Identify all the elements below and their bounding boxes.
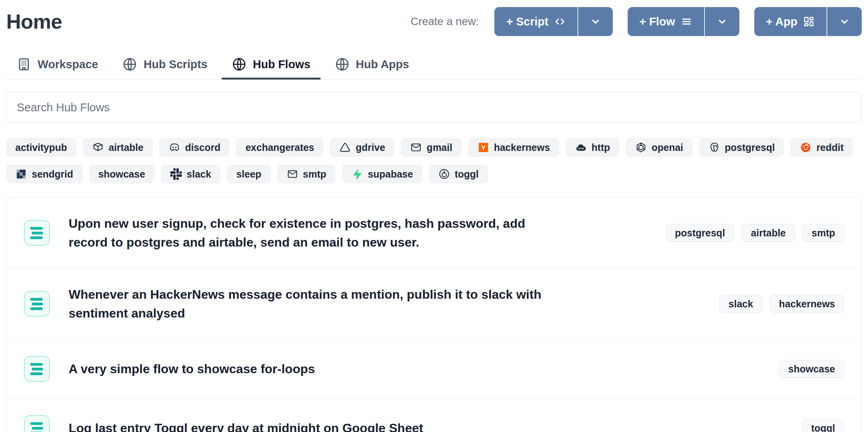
- svg-text:Y: Y: [481, 144, 485, 152]
- filter-chip-reddit[interactable]: reddit: [791, 138, 852, 156]
- filter-chip-label: reddit: [816, 142, 843, 153]
- filter-chip-label: toggl: [455, 169, 479, 180]
- flow-title: A very simple flow to showcase for-loops: [69, 359, 315, 378]
- filter-chip-label: gdrive: [356, 142, 385, 153]
- create-flow-dropdown-button[interactable]: [705, 7, 739, 36]
- flow-list-item[interactable]: Whenever an HackerNews message contains …: [7, 268, 861, 339]
- building-icon: [16, 57, 31, 72]
- chevron-down-icon: [716, 16, 728, 27]
- globe-icon: [232, 57, 247, 72]
- flow-title: Whenever an HackerNews message contains …: [69, 285, 559, 323]
- create-new-label: Create a new:: [410, 15, 479, 28]
- filter-chip-label: smtp: [303, 169, 327, 180]
- tab-hub-apps[interactable]: Hub Apps: [325, 49, 419, 79]
- flow-tags: showcase: [779, 360, 844, 378]
- gdrive-icon: [339, 142, 351, 153]
- flow-icon: [24, 356, 50, 382]
- filter-chip-slack[interactable]: slack: [161, 165, 220, 183]
- postgresql-icon: [708, 142, 720, 153]
- filter-chip-discord[interactable]: discord: [160, 138, 229, 156]
- svg-text:HTTP: HTTP: [578, 147, 584, 150]
- flow-tag-showcase[interactable]: showcase: [779, 360, 844, 378]
- flow-list-item[interactable]: A very simple flow to showcase for-loops…: [7, 339, 861, 398]
- search-input[interactable]: [6, 92, 862, 123]
- filter-chip-list: activitypubairtablediscordexchangeratesg…: [6, 138, 862, 183]
- filter-chip-exchangerates[interactable]: exchangerates: [236, 138, 323, 156]
- filter-chip-label: sendgrid: [32, 169, 73, 180]
- slack-icon: [170, 168, 182, 180]
- filter-chip-label: showcase: [98, 169, 145, 180]
- filter-chip-activitypub[interactable]: activitypub: [6, 138, 76, 156]
- create-script-split-button: + Script: [494, 7, 612, 36]
- code-icon: [554, 16, 566, 27]
- filter-chip-gmail[interactable]: gmail: [401, 138, 461, 156]
- filter-chip-label: openai: [652, 142, 683, 153]
- tab-label: Hub Flows: [253, 58, 311, 71]
- create-script-dropdown-button[interactable]: [578, 7, 613, 36]
- flow-icon: [24, 220, 50, 246]
- filter-chip-http[interactable]: HTTPhttp: [566, 138, 619, 156]
- tab-label: Hub Apps: [356, 58, 409, 71]
- filter-chip-supabase[interactable]: supabase: [342, 165, 422, 183]
- filter-chip-label: discord: [185, 142, 220, 153]
- flow-tag-postgresql[interactable]: postgresql: [666, 224, 734, 242]
- filter-chip-sendgrid[interactable]: sendgrid: [6, 165, 82, 183]
- create-app-dropdown-button[interactable]: [827, 7, 862, 36]
- header-actions: Create a new: + Script+ Flow+ App: [410, 7, 862, 36]
- filter-chip-label: postgresql: [725, 142, 775, 153]
- create-app-split-button: + App: [754, 7, 862, 36]
- filter-chip-showcase[interactable]: showcase: [89, 165, 154, 183]
- flow-icon: [24, 291, 50, 317]
- filter-chip-postgresql[interactable]: postgresql: [699, 138, 784, 156]
- tab-hub-flows[interactable]: Hub Flows: [222, 49, 321, 79]
- tab-hub-scripts[interactable]: Hub Scripts: [112, 49, 218, 79]
- filter-chip-label: activitypub: [15, 142, 67, 153]
- page: Home Create a new: + Script+ Flow+ App W…: [0, 0, 868, 432]
- discord-icon: [169, 142, 180, 153]
- chevron-down-icon: [590, 16, 601, 27]
- flow-list: Upon new user signup, check for existenc…: [6, 197, 862, 432]
- filter-chip-gdrive[interactable]: gdrive: [330, 138, 394, 156]
- filter-chip-label: slack: [187, 169, 211, 180]
- flow-list-item[interactable]: Log last entry Toggl every day at midnig…: [7, 398, 861, 432]
- flow-tag-toggl[interactable]: toggl: [802, 419, 844, 432]
- globe-icon: [122, 57, 137, 72]
- header: Home Create a new: + Script+ Flow+ App: [6, 7, 862, 36]
- flow-tag-smtp[interactable]: smtp: [803, 224, 844, 242]
- filter-chip-label: airtable: [109, 142, 143, 153]
- supabase-icon: [351, 168, 363, 180]
- filter-chip-label: supabase: [368, 169, 413, 180]
- flow-list-item[interactable]: Upon new user signup, check for existenc…: [7, 198, 861, 268]
- create-script-button[interactable]: + Script: [494, 7, 577, 36]
- reddit-icon: [800, 142, 812, 153]
- tab-workspace[interactable]: Workspace: [6, 49, 108, 79]
- openai-icon: [635, 142, 647, 153]
- tab-bar: WorkspaceHub ScriptsHub FlowsHub Apps: [6, 49, 862, 80]
- filter-chip-openai[interactable]: openai: [626, 138, 692, 156]
- create-flow-label: + Flow: [639, 15, 675, 28]
- flow-tag-slack[interactable]: slack: [719, 295, 762, 313]
- filter-chip-label: gmail: [427, 142, 452, 153]
- create-script-label: + Script: [506, 15, 548, 28]
- create-flow-split-button: + Flow: [628, 7, 739, 36]
- flow-tag-hackernews[interactable]: hackernews: [770, 295, 844, 313]
- flow-icon: [24, 415, 50, 432]
- flow-tags: slackhackernews: [719, 295, 844, 313]
- toggl-icon: [438, 168, 450, 180]
- create-flow-button[interactable]: + Flow: [628, 7, 704, 36]
- grid-icon: [803, 16, 815, 27]
- flow-tags: postgresqlairtablesmtp: [666, 224, 844, 242]
- filter-chip-smtp[interactable]: smtp: [278, 165, 336, 183]
- tab-label: Hub Scripts: [143, 58, 207, 71]
- create-buttons: + Script+ Flow+ App: [494, 7, 862, 36]
- airtable-icon: [92, 142, 104, 153]
- create-app-button[interactable]: + App: [754, 7, 826, 36]
- filter-chip-label: hackernews: [494, 142, 550, 153]
- globe-icon: [335, 57, 350, 72]
- filter-chip-hackernews[interactable]: Yhackernews: [469, 138, 559, 156]
- flow-title: Upon new user signup, check for existenc…: [69, 214, 559, 252]
- flow-tag-airtable[interactable]: airtable: [742, 224, 795, 242]
- filter-chip-sleep[interactable]: sleep: [227, 165, 271, 183]
- filter-chip-airtable[interactable]: airtable: [83, 138, 153, 156]
- filter-chip-toggl[interactable]: toggl: [429, 165, 488, 183]
